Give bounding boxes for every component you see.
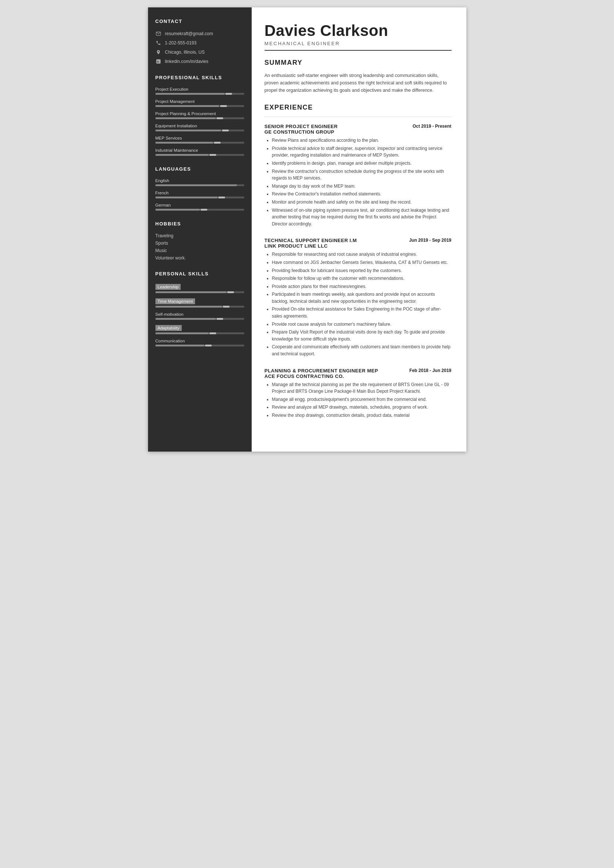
skill-bar-bg [155, 291, 244, 293]
lang-label: French [155, 191, 244, 195]
lang-bar-fill [155, 209, 200, 211]
linkedin-icon: in [155, 59, 161, 64]
bullet-item: Responsible for follow up with the custo… [272, 275, 451, 282]
bullet-item: Identify problems in design, plan, manag… [272, 160, 451, 167]
bullet-item: Provide root cause analysis for customer… [272, 321, 451, 328]
personal-skill-label: Leadership [155, 284, 181, 290]
summary-heading: SUMMARY [265, 59, 451, 67]
bullet-item: Manage day to day work of the MEP team. [272, 183, 451, 190]
skill-bar-bg [155, 154, 244, 156]
skill-bar-bg [155, 93, 244, 95]
experience-item-2: TECHNICAL SUPPORT ENGINEER I.M LINK PROD… [265, 238, 451, 357]
bullet-item: Cooperate and communicate effectively wi… [272, 344, 451, 357]
skill-bar-bg [155, 318, 244, 320]
skill-bar-marker [214, 142, 220, 144]
bullet-item: Monitor and promote health and safety on… [272, 199, 451, 206]
lang-bar-marker [201, 209, 207, 211]
skill-bar-bg [155, 105, 244, 107]
personal-skill-self-motivation: Self-motivation [155, 312, 244, 320]
skill-bar-fill [155, 117, 216, 119]
hobby-sports: Sports [155, 240, 244, 246]
contact-phone: 1-202-555-0193 [155, 40, 244, 46]
personal-skill-label: Time Management [155, 298, 195, 304]
skill-bar-fill [155, 130, 221, 132]
bullet-item: Participated in team meetings weekly, as… [272, 291, 451, 305]
lang-french: French [155, 191, 244, 198]
skill-bar-marker [222, 130, 229, 132]
exp-bullets: Review Plans and specifications accordin… [265, 137, 451, 227]
contact-email: resumekraft@gmail.com [155, 31, 244, 37]
exp-company: LINK PRODUCT LINE LLC [265, 243, 357, 249]
bullet-item: Review the contractor's construction sch… [272, 168, 451, 182]
exp-date: Oct 2019 - Present [412, 124, 451, 129]
bullet-item: Manage all the technical planning as per… [272, 381, 451, 395]
experience-heading: EXPERIENCE [265, 104, 451, 112]
candidate-title: MECHANICAL ENGINEER [265, 41, 451, 46]
hobby-music: Music [155, 248, 244, 253]
languages-section: LANGUAGES English French German [155, 166, 244, 211]
prof-skills-heading: PROFESSIONAL SKILLS [155, 75, 244, 82]
skill-bar-fill [155, 345, 204, 346]
skill-bar-fill [155, 154, 209, 156]
personal-skills-heading: PERSONAL SKILLS [155, 271, 244, 278]
skill-bar-fill [155, 105, 219, 107]
lang-bar-fill [155, 197, 218, 198]
candidate-name: Davies Clarkson [265, 22, 451, 39]
hobbies-section: HOBBIES Traveling Sports Music Volunteer… [155, 221, 244, 260]
exp-date: Feb 2018 - Jun 2019 [409, 368, 451, 373]
skill-bar-fill [155, 318, 216, 320]
professional-skills-section: PROFESSIONAL SKILLS Project Execution Pr… [155, 75, 244, 156]
lang-bar-bg [155, 184, 244, 186]
skill-bar-marker [209, 332, 216, 334]
sidebar: CONTACT resumekraft@gmail.com 1-202-555-… [148, 8, 252, 452]
exp-company: GE CONSTRUCTION GROUP [265, 129, 338, 135]
hobby-traveling: Traveling [155, 233, 244, 239]
skill-label: Equipment Installation [155, 124, 244, 128]
exp-job-title: TECHNICAL SUPPORT ENGINEER I.M [265, 238, 357, 243]
bullet-item: Review and analyze all MEP drawings, mat… [272, 404, 451, 411]
exp-bullets: Responsible for researching and root cau… [265, 251, 451, 357]
lang-bar-bg [155, 209, 244, 211]
bullet-item: Review the shop drawings, construction d… [272, 412, 451, 419]
main-divider [265, 50, 451, 51]
skill-label: MEP Services [155, 136, 244, 140]
summary-text: An enthusiastic self-starter engineer wi… [265, 72, 451, 94]
skill-industrial-maintenance: Industrial Maintenance [155, 148, 244, 156]
bullet-item: Review Plans and specifications accordin… [272, 137, 451, 144]
skill-project-planning: Project Planning & Procurement [155, 112, 244, 119]
bullet-item: Manage all engg. products/equipment's pr… [272, 396, 451, 403]
exp-company: ACE FOCUS CONTRACTING CO. [265, 374, 378, 379]
skill-bar-bg [155, 345, 244, 346]
bullet-item: Have command on JGS Jenbacher Gensets Se… [272, 259, 451, 266]
skill-bar-fill [155, 93, 225, 95]
personal-skill-adaptability: Adaptability [155, 324, 244, 334]
lang-bar-marker [219, 197, 225, 198]
bullet-item: Witnessed of on-site piping system press… [272, 207, 451, 228]
skill-bar-marker [225, 93, 232, 95]
personal-skill-label: Self-motivation [155, 312, 244, 316]
skill-bar-marker [209, 154, 216, 156]
bullet-item: Provide technical advice to staff design… [272, 145, 451, 159]
languages-heading: LANGUAGES [155, 166, 244, 173]
personal-skill-label: Adaptability [155, 325, 182, 331]
experience-item-1: SENIOR PROJECT ENGINEER GE CONSTRUCTION … [265, 124, 451, 227]
exp-date: Jun 2019 - Sep 2019 [409, 238, 451, 243]
exp-header: TECHNICAL SUPPORT ENGINEER I.M LINK PROD… [265, 238, 451, 249]
skill-bar-marker [227, 291, 234, 293]
personal-skill-leadership: Leadership [155, 283, 244, 293]
skill-label: Project Execution [155, 87, 244, 91]
contact-linkedin: in linkedin.com/in/davies [155, 59, 244, 64]
bullet-item: Provide action plans for their machines/… [272, 283, 451, 290]
exp-header: PLANNING & PROCUREMENT ENGINEER MEP ACE … [265, 368, 451, 379]
skill-bar-bg [155, 117, 244, 119]
main-content: Davies Clarkson MECHANICAL ENGINEER SUMM… [252, 8, 466, 452]
svg-text:in: in [157, 60, 159, 63]
hobbies-heading: HOBBIES [155, 221, 244, 228]
contact-heading: CONTACT [155, 19, 244, 26]
personal-skills-section: PERSONAL SKILLS Leadership Time Manageme… [155, 271, 244, 346]
lang-label: German [155, 203, 244, 207]
skill-bar-bg [155, 142, 244, 144]
skill-equipment-installation: Equipment Installation [155, 124, 244, 132]
exp-header: SENIOR PROJECT ENGINEER GE CONSTRUCTION … [265, 124, 451, 135]
personal-skill-label: Communication [155, 339, 244, 343]
